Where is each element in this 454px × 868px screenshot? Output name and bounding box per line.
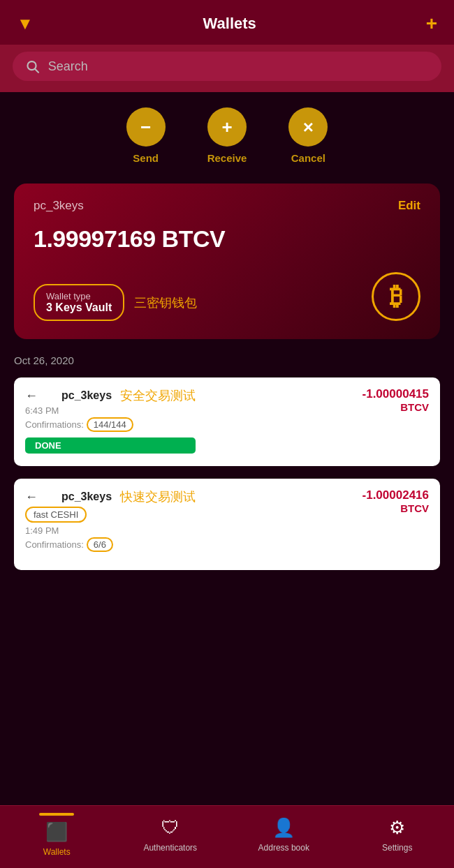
nav-item-address-book[interactable]: 👤 Address book: [227, 817, 341, 853]
tx-chinese-2: 快速交易测试: [120, 488, 196, 505]
add-icon[interactable]: +: [426, 13, 437, 35]
tx-wallet-icon-1: 🗂: [43, 389, 56, 403]
receive-button[interactable]: + Receive: [207, 107, 247, 164]
wallet-type-box: Wallet type 3 Keys Vault: [34, 284, 124, 321]
nav-item-authenticators[interactable]: 🛡 Authenticators: [114, 817, 228, 853]
nav-item-wallets[interactable]: ⬛ Wallets: [0, 813, 114, 857]
send-button[interactable]: − Send: [126, 107, 166, 164]
bitcoin-icon: ₿: [372, 272, 420, 321]
tx-arrow-icon: ←: [25, 389, 38, 403]
wallet-type-chinese: 三密钥钱包: [134, 294, 197, 311]
header: ▼ Wallets +: [0, 0, 454, 45]
tx-wallet-name-1: pc_3keys: [61, 389, 112, 402]
authenticators-icon: 🛡: [161, 817, 180, 839]
address-book-icon: 👤: [272, 817, 295, 839]
nav-label-wallets: Wallets: [43, 847, 71, 857]
filter-icon[interactable]: ▼: [17, 14, 34, 33]
search-input-wrap: [13, 52, 441, 81]
search-input[interactable]: [48, 59, 429, 74]
wallet-type-label: Wallet type: [46, 291, 112, 301]
nav-active-bar: [39, 813, 74, 816]
tx-chinese-1: 安全交易测试: [120, 387, 196, 404]
nav-label-authenticators: Authenticators: [143, 843, 197, 853]
wallet-edit-button[interactable]: Edit: [398, 199, 420, 213]
wallet-card-wrap: pc_3keys Edit 1.99997169 BTCV Wallet typ…: [0, 177, 454, 352]
tx-amount-2: -1.00002416 BTCV: [363, 488, 429, 514]
wallets-icon: ⬛: [45, 821, 68, 843]
cancel-button[interactable]: × Cancel: [288, 107, 328, 164]
settings-icon: ⚙: [389, 817, 405, 839]
tx-time-2: 1:49 PM: [25, 525, 196, 536]
wallet-name: pc_3keys: [34, 199, 84, 213]
nav-label-address-book: Address book: [258, 843, 309, 853]
bottom-nav: ⬛ Wallets 🛡 Authenticators 👤 Address boo…: [0, 805, 454, 868]
tx-wallet-name-2: pc_3keys: [61, 491, 112, 503]
tx-confirmations-1: Confirmations:144/144: [25, 417, 196, 432]
tx-wallet-icon-2: 🗂: [43, 490, 56, 504]
tx-memo-2: fast CESHI: [25, 507, 87, 523]
tx-done-badge: DONE: [25, 437, 196, 454]
search-icon: [25, 59, 40, 74]
wallet-type-value: 3 Keys Vault: [46, 301, 112, 314]
tx-arrow-icon-2: ←: [25, 490, 38, 504]
tx-item-2[interactable]: ← 🗂 pc_3keys 快速交易测试 fast CESHI 1:49 PM C…: [14, 479, 440, 570]
search-bar: [0, 45, 454, 92]
wallet-card[interactable]: pc_3keys Edit 1.99997169 BTCV Wallet typ…: [14, 184, 440, 339]
tx-time-1: 6:43 PM: [25, 405, 196, 416]
transactions-section: Oct 26, 2020 ← 🗂 pc_3keys 安全交易测试 6:43 PM…: [0, 354, 454, 570]
tx-amount-1: -1.00000415 BTCV: [363, 387, 429, 413]
page-title: Wallets: [203, 15, 256, 33]
svg-line-1: [35, 69, 38, 73]
nav-item-settings[interactable]: ⚙ Settings: [341, 817, 455, 853]
tx-date: Oct 26, 2020: [14, 354, 440, 366]
tx-confirmations-2: Confirmations:6/6: [25, 537, 196, 552]
nav-label-settings: Settings: [382, 843, 412, 853]
action-bar: − Send + Receive × Cancel: [0, 92, 454, 177]
tx-item-1[interactable]: ← 🗂 pc_3keys 安全交易测试 6:43 PM Confirmation…: [14, 377, 440, 466]
wallet-balance: 1.99997169 BTCV: [34, 225, 420, 253]
